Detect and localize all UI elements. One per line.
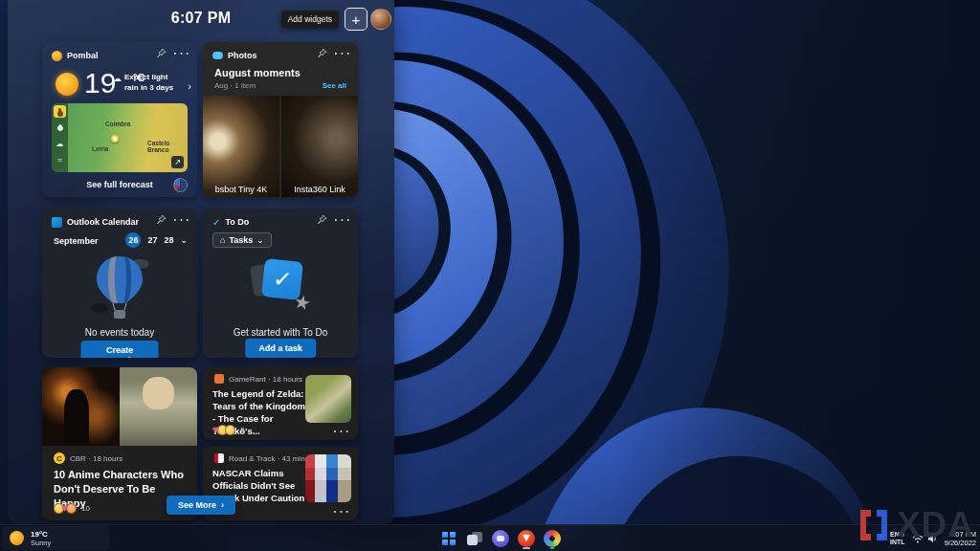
photos-app-button[interactable] — [542, 528, 563, 549]
system-tray: ^ ENG INTL 6:07 PM 9/26/2022 — [879, 525, 976, 551]
add-task-button[interactable]: Add a task — [245, 339, 316, 358]
map-layer-toolbar: ☁ ≈ — [52, 103, 68, 172]
calendar-month: September — [54, 236, 99, 246]
see-all-link[interactable]: See all — [323, 81, 346, 90]
photo-grid: bsbot Tiny 4K Insta360 Link — [203, 96, 358, 197]
more-icon[interactable]: • • • — [335, 214, 350, 225]
chevron-right-icon: › — [188, 80, 191, 92]
article-thumbnail — [305, 375, 351, 423]
taskbar-temp: 19°C — [31, 530, 51, 539]
volume-icon — [927, 534, 938, 543]
photo-thumbnail[interactable]: bsbot Tiny 4K — [203, 96, 279, 197]
taskbar-clock[interactable]: 6:07 PM 9/26/2022 — [945, 530, 976, 547]
article-meta: Road & Track · 43 mins — [229, 454, 309, 463]
todo-widget[interactable]: ✓ To Do • • • ⌂ Tasks ⌄ ✓ ★ Get started … — [203, 209, 358, 358]
photo-caption: Insta360 Link — [281, 185, 358, 194]
weather-condition-note[interactable]: ☁ Expect light rain in 3 days — [124, 73, 180, 93]
photos-heading: August moments — [214, 67, 301, 78]
article-thumbnail — [305, 454, 351, 502]
chevron-right-icon: › — [221, 500, 224, 510]
calendar-day[interactable]: 27 — [147, 235, 157, 245]
more-icon[interactable]: • • • — [334, 506, 349, 517]
photos-widget[interactable]: Photos • • • August moments Aug · 1 item… — [203, 42, 358, 197]
todo-title: To Do — [225, 217, 249, 227]
reactions[interactable]: ♥ 10 — [54, 503, 90, 514]
calendar-day[interactable]: 28 — [164, 235, 173, 245]
more-icon[interactable]: • • • — [334, 426, 349, 436]
tray-status-icons[interactable] — [912, 534, 938, 543]
brave-browser-icon — [518, 530, 535, 547]
more-icon[interactable]: • • • — [335, 48, 350, 58]
outlook-icon — [52, 217, 62, 228]
hidden-icons-chevron[interactable]: ^ — [879, 534, 883, 543]
cbr-logo: C — [54, 452, 65, 464]
tray-date: 9/26/2022 — [945, 539, 976, 547]
pin-icon[interactable] — [156, 214, 167, 225]
more-icon[interactable]: • • • — [174, 48, 189, 58]
pin-icon[interactable] — [317, 214, 327, 225]
radar-button[interactable] — [173, 178, 188, 192]
weather-widget[interactable]: Pombal • • • 19 °C ☁ Expect light rain i… — [42, 42, 197, 197]
task-view-icon — [467, 532, 482, 545]
todo-illustration: ✓ ★ — [250, 258, 311, 320]
taskbar-weather-widget[interactable]: 19°C Sunny — [2, 526, 109, 550]
reaction-count: 10 — [81, 504, 90, 513]
create-event-button[interactable]: Create event — [81, 341, 159, 358]
chat-app-button[interactable] — [490, 528, 511, 549]
network-icon — [912, 534, 924, 543]
photo-thumbnail[interactable]: Insta360 Link — [281, 96, 358, 197]
running-indicator — [550, 547, 555, 550]
sun-icon — [52, 51, 62, 61]
outlook-calendar-widget[interactable]: Outlook Calendar • • • September 26 27 2… — [42, 209, 197, 358]
windows-logo-icon — [442, 532, 456, 545]
photo-caption: bsbot Tiny 4K — [203, 185, 279, 194]
home-icon: ⌂ — [220, 235, 225, 245]
chevron-down-icon[interactable]: ⌄ — [180, 235, 188, 245]
widgets-panel: 6:07 PM Add widgets + Pombal • • • 19 °C… — [8, 0, 394, 524]
photos-title: Photos — [228, 51, 257, 60]
photos-subtitle: Aug · 1 item — [214, 81, 256, 90]
add-widgets-button[interactable]: + — [345, 8, 368, 31]
heart-icon: ♥ — [212, 425, 219, 435]
see-more-button[interactable]: See More › — [167, 496, 235, 515]
task-list-selector[interactable]: ⌂ Tasks ⌄ — [212, 232, 272, 248]
taskbar: 19°C Sunny ^ — [0, 524, 980, 551]
news-card-gamerant[interactable]: GameRant · 18 hours The Legend of Zelda:… — [203, 367, 358, 440]
desktop: 6:07 PM Add widgets + Pombal • • • 19 °C… — [0, 0, 980, 551]
task-list-label: Tasks — [229, 235, 253, 245]
chevron-down-icon: ⌄ — [256, 235, 264, 245]
thermometer-icon[interactable] — [54, 105, 66, 118]
map-label: Castelo Branco — [147, 140, 180, 153]
calendar-day-selected[interactable]: 26 — [125, 232, 141, 248]
avatar[interactable] — [370, 9, 391, 30]
droplet-icon[interactable] — [54, 121, 66, 134]
sun-icon — [10, 531, 24, 545]
expand-map-icon[interactable]: ↗ — [171, 156, 184, 168]
reactions[interactable]: ♥ 5 — [212, 425, 245, 435]
temperature-value: 19 — [84, 67, 116, 99]
weather-location: Pombal — [67, 51, 99, 60]
more-icon[interactable]: • • • — [174, 214, 189, 225]
start-button[interactable] — [438, 528, 459, 549]
pin-icon[interactable] — [317, 48, 327, 58]
article-meta: GameRant · 18 hours — [229, 375, 302, 384]
rain-cloud-icon: ☁ — [113, 74, 122, 84]
taskbar-app-icons — [438, 525, 563, 551]
task-view-button[interactable] — [464, 528, 485, 549]
balloon-illustration — [84, 253, 155, 323]
map-label: Coimbra — [105, 121, 130, 127]
brave-browser-button[interactable] — [516, 528, 537, 549]
heart-icon: ♥ — [61, 503, 68, 514]
language-indicator[interactable]: ENG INTL — [890, 531, 905, 546]
sun-condition-icon — [56, 73, 78, 96]
map-label: Leiria — [92, 145, 108, 152]
photos-cloud-icon — [212, 52, 223, 59]
pin-icon[interactable] — [156, 48, 167, 58]
chat-app-icon — [492, 530, 509, 547]
wind-icon[interactable]: ≈ — [54, 154, 66, 166]
weather-map[interactable]: ☁ ≈ Coimbra Leiria Castelo Branco ↗ — [52, 103, 188, 172]
cloud-icon[interactable]: ☁ — [54, 138, 66, 150]
star-icon: ★ — [292, 289, 314, 315]
gamerant-logo — [214, 374, 224, 384]
thumbs-up-icon — [225, 425, 235, 435]
